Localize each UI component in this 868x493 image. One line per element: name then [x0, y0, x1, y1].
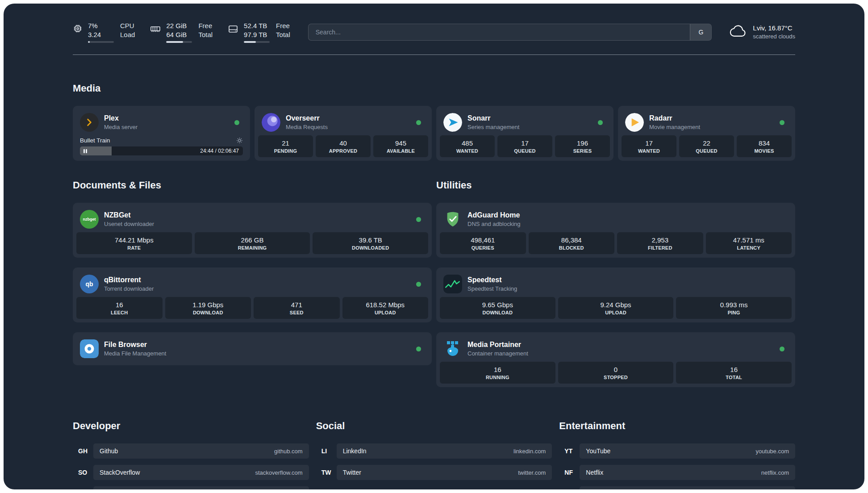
bookmark-youtube[interactable]: YT YouTube youtube.com — [559, 443, 795, 459]
bookmark-name: YouTube — [586, 447, 610, 455]
stat-label: LEECH — [78, 310, 161, 315]
stat-label: PING — [678, 310, 790, 315]
stat-value: 2,953 — [619, 236, 701, 244]
service-stats: 485 WANTED 17 QUEUED 196 SERIES — [440, 135, 610, 157]
service-meta: Overseerr Media Requests — [286, 114, 328, 131]
bookmark-dev[interactable]: DT DEV dev.to — [73, 486, 309, 489]
service-stats: 21 PENDING 40 APPROVED 945 AVAILABLE — [258, 135, 428, 157]
service-card-adguard-home[interactable]: AdGuard Home DNS and adblocking 498,461 … — [436, 203, 795, 258]
qbittorrent-icon: qb — [80, 275, 99, 293]
bookmark-domain: linkedin.com — [513, 448, 546, 455]
service-card-file-browser[interactable]: File Browser Media File Management — [73, 332, 432, 365]
service-name: Overseerr — [286, 114, 328, 123]
service-meta: Sonarr Series management — [467, 114, 519, 131]
stat-label: WANTED — [623, 148, 675, 154]
disk-labels: Free Total — [276, 21, 290, 43]
sonarr-icon — [443, 113, 462, 132]
service-stats: 744.21 Mbps RATE 266 GB REMAINING 39.6 T… — [76, 232, 428, 254]
stat-label: UPLOAD — [560, 310, 672, 315]
stat-label: RATE — [78, 245, 190, 251]
service-card-speedtest[interactable]: Speedtest Speedtest Tracking 9.65 Gbps D… — [436, 267, 795, 322]
gear-icon[interactable] — [236, 137, 243, 144]
playback-progress-bar[interactable]: 24:44 / 02:06:47 — [80, 146, 243, 155]
stat-pending: 21 PENDING — [258, 135, 313, 157]
stat-value: 9.24 Gbps — [560, 301, 672, 309]
stat-value: 86,384 — [530, 236, 613, 244]
page-frame: 7% 3.24 CPU Load 22 GiB — [0, 0, 868, 493]
service-header: qb qBittorrent Torrent downloader — [76, 271, 428, 297]
stat-value: 471 — [255, 301, 338, 309]
stat-stopped: 0 STOPPED — [558, 362, 674, 384]
service-card-nzbget[interactable]: nzbget NZBGet Usenet downloader 744.21 M… — [73, 203, 432, 258]
stat-label: DOWNLOADED — [314, 245, 426, 251]
service-card-sonarr[interactable]: Sonarr Series management 485 WANTED 17 Q… — [436, 106, 613, 161]
service-card-qbittorrent[interactable]: qb qBittorrent Torrent downloader 16 LEE… — [73, 267, 432, 322]
bookmark-domain: youtube.com — [756, 448, 789, 455]
stat-download: 1.19 Gbps DOWNLOAD — [165, 297, 251, 319]
service-card-overseerr[interactable]: Overseerr Media Requests 21 PENDING 40 A… — [255, 106, 432, 161]
weather-condition: scattered clouds — [753, 33, 795, 41]
search-input[interactable] — [309, 29, 690, 36]
stat-value: 266 GB — [196, 236, 309, 244]
stat-value: 196 — [557, 139, 608, 147]
memory-icon — [150, 24, 161, 34]
plex-now-playing: Bullet Train 24:44 / 02:06:47 — [76, 135, 246, 157]
stat-label: QUERIES — [442, 245, 524, 251]
stat-queries: 498,461 QUERIES — [440, 232, 526, 254]
file-browser-icon — [80, 339, 99, 358]
stat-movies: 834 MOVIES — [737, 135, 792, 157]
service-stats: 16 RUNNING 0 STOPPED 16 TOTAL — [440, 362, 792, 384]
weather-location: Lviv, 16.87°C — [753, 24, 795, 33]
bookmarks: Developer GH Github github.com SO StackO… — [73, 420, 795, 489]
stat-label: BLOCKED — [530, 245, 613, 251]
stat-download: 9.65 Gbps DOWNLOAD — [440, 297, 555, 319]
stat-filtered: 2,953 FILTERED — [617, 232, 703, 254]
stat-label: STOPPED — [560, 375, 672, 380]
disk-values: 52.4 TB 97.9 TB — [244, 21, 270, 43]
status-dot — [780, 347, 785, 351]
stat-series: 196 SERIES — [555, 135, 610, 157]
bookmark-twitter[interactable]: TW Twitter twitter.com — [316, 465, 552, 480]
weather-widget: Lviv, 16.87°C scattered clouds — [730, 24, 795, 41]
service-subtitle: Media server — [104, 124, 138, 131]
stat-label: APPROVED — [317, 148, 369, 154]
service-name: Speedtest — [467, 276, 517, 284]
bookmark-stackoverflow[interactable]: SO StackOverflow stackoverflow.com — [73, 465, 309, 480]
bookmark-group-title: Social — [316, 420, 552, 432]
bookmark-github[interactable]: GH Github github.com — [73, 443, 309, 459]
bookmark-netflix[interactable]: NF Netflix netflix.com — [559, 465, 795, 480]
stat-value: 47.571 ms — [708, 236, 790, 244]
stat-label: AVAILABLE — [375, 148, 426, 154]
disk-widget: 52.4 TB 97.9 TB Free Total — [228, 21, 290, 43]
stat-label: DOWNLOAD — [167, 310, 250, 315]
memory-labels: Free Total — [198, 21, 213, 43]
service-card-plex[interactable]: Plex Media server Bullet Train — [73, 106, 250, 161]
service-meta: Plex Media server — [104, 114, 138, 131]
cpu-load: 3.24 — [88, 30, 114, 39]
service-meta: NZBGet Usenet downloader — [104, 211, 154, 228]
bookmark-domain: stackoverflow.com — [255, 469, 302, 476]
bookmark-linkedin[interactable]: LI LinkedIn linkedin.com — [316, 443, 552, 459]
memory-bar — [166, 41, 192, 43]
status-dot — [416, 217, 421, 222]
service-card-media-portainer[interactable]: Media Portainer Container management 16 … — [436, 332, 795, 387]
cloud-icon — [730, 24, 747, 40]
status-dot — [598, 120, 603, 125]
stat-label: PENDING — [260, 148, 311, 154]
service-card-radarr[interactable]: Radarr Movie management 17 WANTED 22 QUE… — [618, 106, 795, 161]
disk-free: 52.4 TB — [244, 21, 270, 30]
cpu-icon — [73, 24, 83, 33]
cpu-label-2: Load — [120, 30, 135, 39]
search-provider-button[interactable]: G — [690, 24, 711, 40]
service-meta: qBittorrent Torrent downloader — [104, 276, 154, 292]
service-subtitle: Speedtest Tracking — [467, 285, 517, 292]
service-subtitle: Container management — [467, 350, 528, 357]
section-documents: Documents & Files nzbget NZBGet Usenet d… — [73, 180, 432, 387]
stat-running: 16 RUNNING — [440, 362, 555, 384]
portainer-icon — [443, 339, 462, 358]
disk-label-2: Total — [276, 30, 290, 39]
pause-icon[interactable] — [83, 146, 87, 155]
bookmark-reddit[interactable]: RE Reddit reddit.com — [559, 486, 795, 489]
stat-label: SERIES — [557, 148, 608, 154]
bookmark-group-title: Developer — [73, 420, 309, 432]
